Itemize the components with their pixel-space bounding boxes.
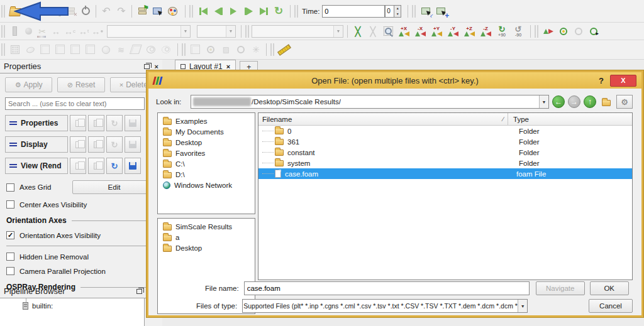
- search-input[interactable]: [5, 97, 145, 110]
- close-dock-icon[interactable]: ×: [155, 63, 158, 70]
- extract-subset-button[interactable]: [83, 42, 98, 57]
- set-solid-color-button[interactable]: [21, 24, 35, 38]
- recent-simscale-results[interactable]: SimScale Results: [158, 221, 255, 232]
- camera-parallel-checkbox[interactable]: [6, 267, 14, 275]
- zoom-closest-button[interactable]: ╳: [365, 24, 380, 39]
- file-row[interactable]: 0Folder: [258, 126, 632, 136]
- toolbar-handle[interactable]: [1, 5, 5, 18]
- color-by-combo[interactable]: ▼: [107, 25, 191, 38]
- column-filename[interactable]: Filename∕: [258, 116, 508, 123]
- rescale-visible-button[interactable]: ↔●: [91, 24, 104, 38]
- reset-display-button[interactable]: ↻: [106, 136, 123, 153]
- toolbar-handle[interactable]: [245, 25, 249, 38]
- navigate-button[interactable]: Navigate: [536, 281, 585, 295]
- files-of-type-combo[interactable]: Supported Files (plt* *.inp *.cgns *.cml…: [242, 299, 528, 313]
- recent-a[interactable]: a: [158, 232, 255, 242]
- toolbar-handle[interactable]: [182, 43, 186, 56]
- file-name-input[interactable]: [244, 281, 530, 295]
- redo-button[interactable]: ↷: [114, 4, 129, 19]
- place-favorites[interactable]: Favorites: [158, 148, 255, 158]
- toolbar-handle[interactable]: [535, 25, 538, 38]
- toolbar-handle[interactable]: [1, 25, 5, 38]
- stream-tracer-button[interactable]: ≋: [113, 42, 128, 57]
- rescale-temporal-button[interactable]: ↔t: [77, 24, 91, 38]
- reset-button[interactable]: ⊘Reset: [57, 77, 104, 92]
- file-row[interactable]: systemFolder: [258, 158, 632, 168]
- last-frame-button[interactable]: [256, 4, 271, 19]
- extract-selection-button[interactable]: [188, 42, 203, 57]
- spreadsheet-view-button[interactable]: [203, 42, 218, 57]
- edit-color-map-button[interactable]: ✂: [35, 24, 49, 38]
- slice-filter-button[interactable]: [53, 42, 68, 57]
- toggle-color-legend-button[interactable]: [8, 24, 21, 38]
- reset-properties-button[interactable]: ↻: [106, 115, 123, 131]
- combo-dropdown-icon[interactable]: ▼: [518, 300, 527, 312]
- save-properties-button[interactable]: [125, 115, 141, 131]
- contour-filter-button[interactable]: [23, 42, 38, 57]
- float-dock-icon[interactable]: [144, 64, 150, 69]
- rescale-data-range-button[interactable]: ↔: [49, 24, 63, 38]
- frame-spinner[interactable]: 0 ▲▼: [385, 5, 401, 18]
- file-row[interactable]: 361Folder: [258, 136, 632, 147]
- view-minus-z-button[interactable]: -Z: [477, 24, 494, 39]
- place-d-drive[interactable]: D:\: [158, 169, 255, 180]
- place-my-documents[interactable]: My Documents: [158, 126, 255, 137]
- calculator-filter-button[interactable]: [8, 42, 23, 57]
- combo-dropdown-icon[interactable]: ▼: [539, 95, 548, 108]
- copy-view-button[interactable]: [70, 158, 86, 174]
- toolbar-handle[interactable]: [270, 43, 274, 56]
- dialog-close-button[interactable]: X: [610, 75, 636, 87]
- zoom-to-box-button[interactable]: [380, 24, 396, 39]
- rotate-90-cw-button[interactable]: ↻+90: [494, 26, 510, 37]
- axes-grid-checkbox[interactable]: [6, 183, 14, 192]
- create-folder-button[interactable]: [599, 95, 613, 109]
- component-combo[interactable]: ▼: [197, 25, 236, 38]
- axes-grid-edit-button[interactable]: Edit: [72, 180, 156, 194]
- recent-desktop[interactable]: Desktop: [158, 242, 255, 253]
- group-datasets-button[interactable]: [143, 42, 158, 57]
- view-plus-z-button[interactable]: +Z: [461, 24, 477, 39]
- forward-button[interactable]: →: [568, 95, 580, 108]
- threshold-filter-button[interactable]: [68, 42, 83, 57]
- apply-button[interactable]: ⚙Apply: [5, 77, 52, 92]
- camera-link-add-button[interactable]: +: [433, 4, 448, 19]
- toolbar-handle[interactable]: [189, 5, 193, 18]
- clip-filter-button[interactable]: [38, 42, 53, 57]
- section-view-button[interactable]: View (Rend: [5, 158, 68, 174]
- dialog-titlebar[interactable]: Open File: (open multiple files with <ct…: [148, 72, 641, 89]
- previous-frame-button[interactable]: [211, 4, 226, 19]
- camera-adjust-button[interactable]: ⌐: [418, 4, 433, 19]
- glyph-filter-button[interactable]: [98, 42, 113, 57]
- color-map-editor-button[interactable]: [165, 4, 180, 19]
- center-axes-checkbox[interactable]: [6, 200, 14, 209]
- dialog-settings-button[interactable]: ⚙: [616, 95, 633, 109]
- rescale-custom-button[interactable]: ↔c: [63, 24, 77, 38]
- play-button[interactable]: [226, 4, 241, 19]
- ruler-button[interactable]: [277, 42, 292, 57]
- rotate-90-ccw-button[interactable]: ↺-90: [510, 26, 526, 37]
- reset-center-button[interactable]: [571, 24, 586, 39]
- float-dock-icon[interactable]: [136, 289, 142, 294]
- spin-up-icon[interactable]: ▲: [394, 6, 401, 11]
- view-minus-x-button[interactable]: -X: [412, 24, 428, 39]
- column-type[interactable]: Type: [508, 113, 632, 125]
- place-examples[interactable]: Examples: [158, 116, 255, 126]
- cancel-button[interactable]: Cancel: [589, 299, 633, 313]
- catalyst-connect-button[interactable]: ⚑: [135, 4, 150, 19]
- file-row-selected[interactable]: case.foamfoam File: [258, 168, 632, 179]
- probe-button[interactable]: ✳: [248, 42, 264, 57]
- view-minus-y-button[interactable]: -Y: [445, 24, 461, 39]
- copy-display-button[interactable]: [70, 136, 86, 153]
- reset-camera-button[interactable]: ╳: [350, 24, 365, 39]
- save-display-button[interactable]: [125, 136, 141, 153]
- undo-button[interactable]: ↶: [99, 4, 114, 19]
- toolbar-handle[interactable]: [294, 5, 298, 18]
- plot-over-line-button[interactable]: [233, 42, 248, 57]
- dialog-help-button[interactable]: ?: [599, 76, 604, 85]
- paste-properties-button[interactable]: [88, 115, 104, 131]
- loop-button[interactable]: ↻: [271, 4, 286, 19]
- capture-screenshot-button[interactable]: [150, 4, 165, 19]
- histogram-button[interactable]: ▨: [218, 42, 233, 57]
- place-c-drive[interactable]: C:\: [158, 158, 255, 169]
- time-input[interactable]: [322, 5, 385, 18]
